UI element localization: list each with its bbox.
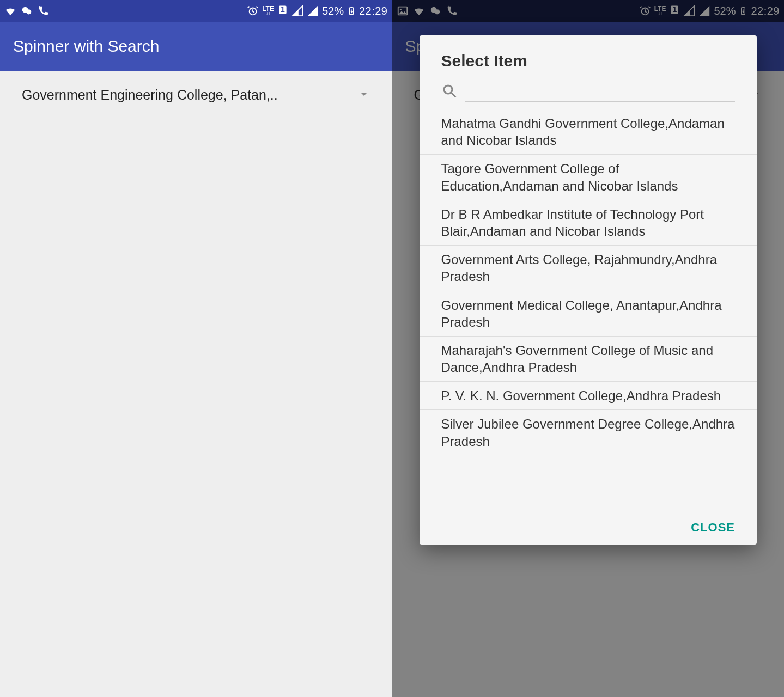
list-item[interactable]: Government Arts College, Rajahmundry,And… [420, 245, 757, 290]
search-input[interactable] [465, 82, 736, 102]
select-item-dialog: Select Item Mahatma Gandhi Government Co… [420, 35, 757, 545]
list-item[interactable]: Mahatma Gandhi Government College,Andama… [420, 109, 757, 154]
item-list[interactable]: Mahatma Gandhi Government College,Andama… [420, 109, 757, 509]
college-spinner[interactable]: Government Engineering College, Patan,.. [0, 71, 392, 103]
chevron-down-icon [357, 88, 370, 103]
close-button[interactable]: CLOSE [691, 521, 735, 535]
list-item[interactable]: Tagore Government College of Education,A… [420, 154, 757, 199]
phone-icon [37, 5, 49, 17]
list-item[interactable]: Maharajah's Government College of Music … [420, 336, 757, 381]
dialog-title: Select Item [420, 35, 757, 80]
signal-icon-2 [307, 5, 319, 17]
wechat-icon [21, 5, 33, 17]
search-icon [441, 83, 458, 101]
battery-percent: 52% [322, 5, 344, 17]
list-item[interactable]: P. V. K. N. Government College,Andhra Pr… [420, 381, 757, 409]
lte-indicator: LTE ↓↑ [262, 6, 274, 16]
phone-screen-right: LTE ↓↑ 1 52% 22:29 Spinner with Search G… [392, 0, 785, 697]
list-item[interactable]: Government Medical College, Anantapur,An… [420, 291, 757, 336]
list-item[interactable]: Silver Jubilee Government Degree College… [420, 409, 757, 455]
battery-charging-icon [347, 4, 356, 17]
sim-slot-indicator: 1 [277, 4, 288, 19]
wifi-icon [4, 5, 16, 17]
alarm-icon [247, 5, 259, 17]
spinner-selected-value: Government Engineering College, Patan,.. [22, 87, 278, 103]
app-bar: Spinner with Search [0, 22, 392, 71]
status-bar: LTE ↓↑ 1 52% 22:29 [0, 0, 392, 22]
signal-icon-1 [291, 5, 303, 17]
phone-screen-left: LTE ↓↑ 1 52% 22:29 Spinner with Search G… [0, 0, 392, 697]
app-title: Spinner with Search [13, 37, 159, 56]
clock-time: 22:29 [359, 5, 388, 17]
list-item[interactable]: Dr B R Ambedkar Institute of Technology … [420, 200, 757, 245]
